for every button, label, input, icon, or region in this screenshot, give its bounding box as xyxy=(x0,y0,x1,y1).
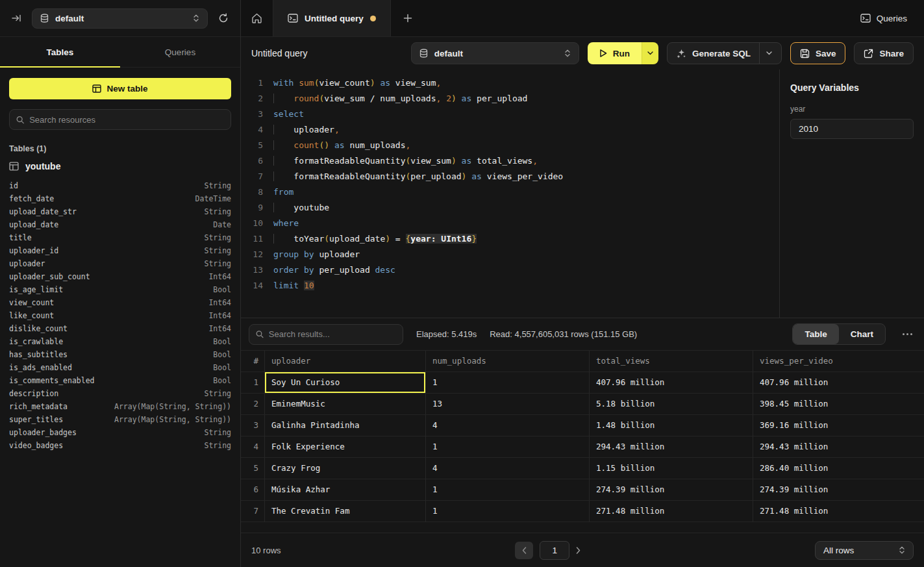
table-cell[interactable]: 294.43 million xyxy=(590,436,753,458)
table-cell[interactable]: 1.15 billion xyxy=(590,458,753,479)
column-item[interactable]: rich_metadataArray(Map(String, String)) xyxy=(9,400,231,413)
code-line[interactable]: 8from xyxy=(241,184,779,200)
column-item[interactable]: upload_dateDate xyxy=(9,218,231,231)
table-cell[interactable]: 271.48 million xyxy=(590,501,753,522)
table-cell[interactable]: 274.39 million xyxy=(753,479,924,501)
view-toggle-chart[interactable]: Chart xyxy=(839,324,885,344)
table-cell[interactable]: 369.16 million xyxy=(753,415,924,436)
column-item[interactable]: idString xyxy=(9,179,231,192)
column-header[interactable]: total_views xyxy=(590,351,753,372)
search-results-input[interactable] xyxy=(269,329,396,339)
page-size-value: All rows xyxy=(823,546,893,555)
page-size-selector[interactable]: All rows xyxy=(815,541,914,560)
table-cell[interactable]: 4 xyxy=(426,415,590,436)
column-item[interactable]: is_comments_enabledBool xyxy=(9,374,231,387)
code-line[interactable]: 11 toYear(upload_date) = {year: UInt16} xyxy=(241,231,779,247)
column-item[interactable]: uploader_badgesString xyxy=(9,426,231,439)
column-item[interactable]: uploader_sub_countInt64 xyxy=(9,270,231,283)
column-item[interactable]: descriptionString xyxy=(9,387,231,400)
generate-sql-options[interactable] xyxy=(759,43,772,64)
code-line[interactable]: 12group by uploader xyxy=(241,247,779,262)
table-cell[interactable]: 407.96 million xyxy=(753,372,924,394)
column-header[interactable]: uploader xyxy=(265,351,426,372)
column-item[interactable]: has_subtitlesBool xyxy=(9,348,231,361)
column-item[interactable]: is_ads_enabledBool xyxy=(9,361,231,374)
database-selector[interactable]: default xyxy=(32,8,208,29)
table-cell[interactable]: 13 xyxy=(426,394,590,415)
column-item[interactable]: super_titlesArray(Map(String, String)) xyxy=(9,413,231,426)
table-cell[interactable]: 398.45 million xyxy=(753,394,924,415)
code-line[interactable]: 5 count() as num_uploads, xyxy=(241,138,779,153)
refresh-button[interactable] xyxy=(216,10,231,26)
variable-year-input[interactable] xyxy=(790,119,914,139)
queries-panel-button[interactable]: Queries xyxy=(843,0,924,36)
code-line[interactable]: 6 formatReadableQuantity(view_sum) as to… xyxy=(241,153,779,169)
save-button[interactable]: Save xyxy=(790,42,846,64)
column-item[interactable]: like_countInt64 xyxy=(9,309,231,322)
table-cell[interactable]: Folk Experience xyxy=(265,436,426,458)
table-cell[interactable]: EminemMusic xyxy=(265,394,426,415)
column-item[interactable]: view_countInt64 xyxy=(9,296,231,309)
table-cell[interactable]: 1 xyxy=(426,501,590,522)
column-item[interactable]: upload_date_strString xyxy=(9,205,231,218)
new-table-button[interactable]: New table xyxy=(9,78,231,99)
generate-sql-button[interactable]: Generate SQL xyxy=(667,42,782,64)
results-more-button[interactable] xyxy=(899,329,916,339)
column-header[interactable]: views_per_video xyxy=(753,351,924,372)
column-item[interactable]: uploaderString xyxy=(9,257,231,270)
code-line[interactable]: 10where xyxy=(241,216,779,231)
column-item[interactable]: video_badgesString xyxy=(9,439,231,452)
run-options-button[interactable] xyxy=(642,42,658,64)
search-resources-input[interactable] xyxy=(29,115,224,125)
share-button[interactable]: Share xyxy=(854,42,914,64)
new-query-tab-button[interactable] xyxy=(391,0,425,36)
table-cell[interactable]: 407.96 million xyxy=(590,372,753,394)
table-cell[interactable]: Músika Azhar xyxy=(265,479,426,501)
code-line[interactable]: 4 uploader, xyxy=(241,122,779,138)
run-button[interactable]: Run xyxy=(588,42,642,64)
column-item[interactable]: is_crawlableBool xyxy=(9,335,231,348)
sql-editor[interactable]: 1with sum(view_count) as view_sum,2 roun… xyxy=(241,69,779,318)
column-header[interactable]: num_uploads xyxy=(426,351,590,372)
column-item[interactable]: fetch_dateDateTime xyxy=(9,192,231,205)
table-cell[interactable]: 1.48 billion xyxy=(590,415,753,436)
code-line[interactable]: 13order by per_upload desc xyxy=(241,262,779,278)
code-token: round xyxy=(293,94,319,103)
code-line[interactable]: 2 round(view_sum / num_uploads, 2) as pe… xyxy=(241,91,779,107)
next-page-button[interactable] xyxy=(576,547,581,554)
table-cell[interactable]: 1 xyxy=(426,479,590,501)
table-cell[interactable]: 1 xyxy=(426,372,590,394)
query-tab[interactable]: Untitled query xyxy=(273,0,391,36)
column-header[interactable]: # xyxy=(241,351,265,372)
table-cell[interactable]: 4 xyxy=(426,458,590,479)
table-cell[interactable]: Galinha Pintadinha xyxy=(265,415,426,436)
code-line[interactable]: 7 formatReadableQuantity(per_upload) as … xyxy=(241,169,779,184)
table-cell[interactable]: 286.40 million xyxy=(753,458,924,479)
selected-cell[interactable]: Soy Un Curioso xyxy=(265,372,426,394)
previous-page-button[interactable] xyxy=(515,542,533,559)
code-line[interactable]: 9 youtube xyxy=(241,200,779,216)
view-toggle-table[interactable]: Table xyxy=(793,324,838,344)
column-item[interactable]: uploader_idString xyxy=(9,244,231,257)
page-number[interactable]: 1 xyxy=(540,541,569,560)
table-cell[interactable]: 294.43 million xyxy=(753,436,924,458)
home-button[interactable] xyxy=(241,0,273,36)
code-line[interactable]: 14limit 10 xyxy=(241,278,779,294)
code-line[interactable]: 3select xyxy=(241,107,779,122)
toolbar-database-selector[interactable]: default xyxy=(411,42,579,64)
table-entry-youtube[interactable]: youtube xyxy=(9,161,231,171)
table-cell[interactable]: The Crevatin Fam xyxy=(265,501,426,522)
column-item[interactable]: titleString xyxy=(9,231,231,244)
tab-queries[interactable]: Queries xyxy=(120,37,240,67)
table-cell[interactable]: Crazy Frog xyxy=(265,458,426,479)
table-cell[interactable]: 274.39 million xyxy=(590,479,753,501)
table-cell[interactable]: 271.48 million xyxy=(753,501,924,522)
column-item[interactable]: is_age_limitBool xyxy=(9,283,231,296)
code-token: count xyxy=(293,140,319,150)
code-line[interactable]: 1with sum(view_count) as view_sum, xyxy=(241,75,779,91)
tab-tables[interactable]: Tables xyxy=(0,37,120,67)
table-cell[interactable]: 1 xyxy=(426,436,590,458)
collapse-sidebar-button[interactable] xyxy=(9,11,24,25)
column-item[interactable]: dislike_countInt64 xyxy=(9,322,231,335)
table-cell[interactable]: 5.18 billion xyxy=(590,394,753,415)
